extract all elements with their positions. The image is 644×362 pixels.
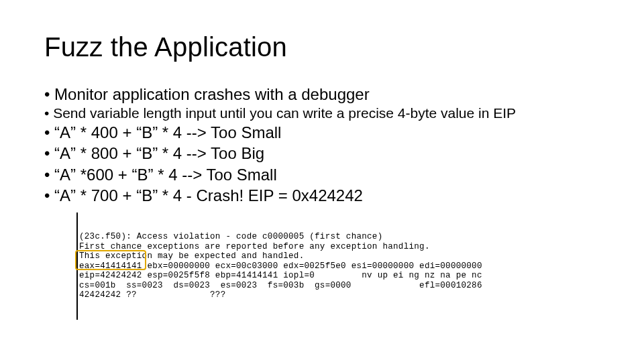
dbg-line-1: (23c.f50): Access violation - code c0000… — [79, 232, 382, 241]
bullet-send-variable: Send variable length input until you can… — [44, 105, 604, 122]
dbg-line-6: cs=001b ss=0023 ds=0023 es=0023 fs=003b … — [79, 281, 482, 290]
dbg-line-5: eip=42424242 esp=0025f5f8 ebp=41414141 i… — [79, 271, 482, 280]
eip-highlight — [75, 250, 146, 270]
slide-body: Monitor application crashes with a debug… — [44, 84, 604, 320]
step-800: “A” * 800 + “B” * 4 --> Too Big — [44, 143, 604, 164]
step-600: “A” *600 + “B” * 4 --> Too Small — [44, 164, 604, 185]
bullet-monitor: Monitor application crashes with a debug… — [44, 84, 604, 105]
debugger-output: (23c.f50): Access violation - code c0000… — [76, 213, 604, 320]
slide-title: Fuzz the Application — [44, 32, 604, 62]
step-700: “A” * 700 + “B” * 4 - Crash! EIP = 0x424… — [44, 185, 604, 206]
dbg-line-7: 42424242 ?? ??? — [79, 290, 225, 300]
slide: Fuzz the Application Monitor application… — [0, 0, 644, 362]
step-400: “A” * 400 + “B” * 4 --> Too Small — [44, 122, 604, 143]
